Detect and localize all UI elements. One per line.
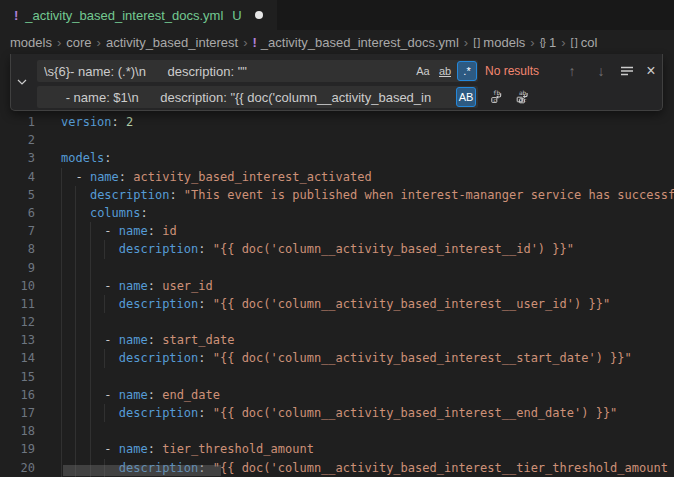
line-number: 16 <box>0 386 35 404</box>
breadcrumb-label: activity_based_interest <box>106 35 238 50</box>
indent-guide <box>75 259 76 277</box>
indent-guide <box>61 440 62 458</box>
indent-guide <box>90 277 91 295</box>
line-number: 7 <box>0 222 35 240</box>
indent-guide <box>61 186 62 204</box>
chevron-down-icon <box>16 76 28 88</box>
svg-text:ab: ab <box>519 89 527 96</box>
indent-guide <box>61 404 62 422</box>
preserve-case-toggle[interactable]: AB <box>456 87 476 107</box>
indent-guide <box>75 422 76 440</box>
line-number: 3 <box>0 149 35 167</box>
line-number: 18 <box>0 422 35 440</box>
line-number: 8 <box>0 240 35 258</box>
vscode-editor-window: ! _activity_based_interest_docs.yml U mo… <box>0 0 674 477</box>
code-text: - name: id <box>61 222 177 240</box>
find-input[interactable] <box>37 60 478 82</box>
indent-guide <box>61 368 62 386</box>
indent-guide <box>61 331 62 349</box>
indent-guide <box>75 222 76 240</box>
code-text: - name: start_date <box>61 331 234 349</box>
code-line: 13 - name: start_date <box>0 331 674 349</box>
breadcrumb-item[interactable]: models <box>10 35 52 50</box>
preserve-case-icon: AB <box>459 91 474 103</box>
regex-icon: .* <box>463 65 470 77</box>
breadcrumb-item[interactable]: core <box>66 35 91 50</box>
find-next-button[interactable]: ↓ <box>590 60 612 82</box>
breadcrumb-item[interactable]: !_activity_based_interest_docs.yml <box>253 35 459 50</box>
indent-guide <box>90 331 91 349</box>
code-area[interactable]: 1version: 223models:4 - name: activity_b… <box>0 113 674 477</box>
indent-guide <box>104 240 105 258</box>
indent-guide <box>75 386 76 404</box>
line-number: 19 <box>0 440 35 458</box>
breadcrumb-separator-icon: › <box>57 35 61 50</box>
selection-icon <box>620 64 634 78</box>
symbol-array-icon: [ ] <box>473 36 479 48</box>
breadcrumb-item[interactable]: [ ]col <box>571 35 598 50</box>
breadcrumb-item[interactable]: [ ]models <box>473 35 525 50</box>
find-previous-button[interactable]: ↑ <box>561 60 583 82</box>
code-line: 10 - name: user_id <box>0 277 674 295</box>
indent-guide <box>61 277 62 295</box>
line-number: 14 <box>0 349 35 367</box>
whole-word-toggle[interactable]: ab <box>435 61 455 81</box>
code-line: 18 <box>0 422 674 440</box>
modified-dot-icon[interactable] <box>255 11 263 19</box>
code-text: - name: activity_based_interest_activate… <box>61 168 372 186</box>
code-line: 17 description: "{{ doc('column__activit… <box>0 404 674 422</box>
line-number: 4 <box>0 168 35 186</box>
line-number: 13 <box>0 331 35 349</box>
breadcrumb-separator-icon: › <box>243 35 247 50</box>
whole-word-icon: ab <box>439 66 451 77</box>
breadcrumb-label: 1 <box>549 35 556 50</box>
arrow-down-icon: ↓ <box>598 63 605 79</box>
indent-guide <box>75 240 76 258</box>
horizontal-scrollbar[interactable] <box>63 465 221 476</box>
svg-text:ac: ac <box>521 97 527 103</box>
indent-guide <box>61 459 62 477</box>
line-number: 10 <box>0 277 35 295</box>
indent-guide <box>90 368 91 386</box>
find-in-selection-button[interactable] <box>616 60 638 82</box>
regex-toggle[interactable]: .* <box>457 61 477 81</box>
breadcrumb-item[interactable]: {}1 <box>540 35 557 50</box>
match-case-toggle[interactable]: Aa <box>413 61 433 81</box>
toggle-replace-button[interactable] <box>11 54 33 110</box>
line-number: 15 <box>0 368 35 386</box>
indent-guide <box>61 168 62 186</box>
replace-input[interactable] <box>37 86 478 108</box>
line-number: 5 <box>0 186 35 204</box>
replace-button[interactable]: fb c <box>486 87 508 107</box>
git-untracked-badge: U <box>232 8 241 23</box>
tab-activity-based-interest-docs[interactable]: ! _activity_based_interest_docs.yml U <box>0 0 277 30</box>
symbol-object-icon: {} <box>540 36 545 48</box>
close-find-widget-button[interactable]: × <box>640 60 662 82</box>
indent-guide <box>75 368 76 386</box>
arrow-up-icon: ↑ <box>569 63 576 79</box>
breadcrumb-separator-icon: › <box>561 35 565 50</box>
indent-guide <box>61 240 62 258</box>
code-line: 9 <box>0 259 674 277</box>
code-line: 14 description: "{{ doc('column__activit… <box>0 349 674 367</box>
indent-guide <box>90 259 91 277</box>
code-line: 7 - name: id <box>0 222 674 240</box>
code-text: description: "{{ doc('column__activity_b… <box>61 404 617 422</box>
code-line: 1version: 2 <box>0 113 674 131</box>
indent-guide <box>61 313 62 331</box>
replace-all-button[interactable]: ab ac <box>512 87 534 107</box>
indent-guide <box>75 331 76 349</box>
indent-guide <box>104 295 105 313</box>
indent-guide <box>90 295 91 313</box>
indent-guide <box>75 349 76 367</box>
indent-guide <box>104 404 105 422</box>
breadcrumb-separator-icon: › <box>464 35 468 50</box>
replace-icon: fb c <box>489 89 505 105</box>
indent-guide <box>61 222 62 240</box>
code-text: description: "{{ doc('column__activity_b… <box>61 349 632 367</box>
breadcrumb-item[interactable]: activity_based_interest <box>106 35 238 50</box>
symbol-array-icon: [ ] <box>571 36 577 48</box>
indent-guide <box>75 295 76 313</box>
indent-guide <box>61 295 62 313</box>
code-text: description: "This event is published wh… <box>61 186 674 204</box>
